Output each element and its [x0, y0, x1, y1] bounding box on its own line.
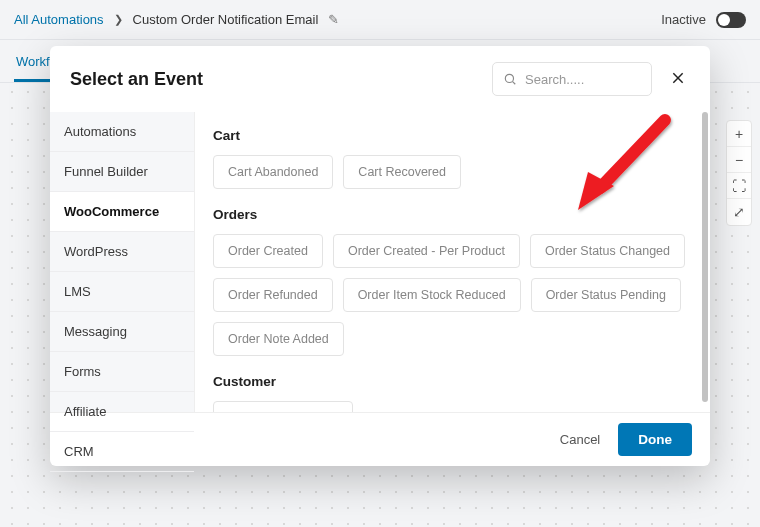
modal-header: Select an Event Search.....	[50, 46, 710, 112]
close-icon	[670, 70, 686, 86]
sidebar-item-lms[interactable]: LMS	[50, 272, 194, 312]
section-heading-cart: Cart	[213, 128, 692, 143]
status-label: Inactive	[661, 12, 706, 27]
event-order-status-pending[interactable]: Order Status Pending	[531, 278, 681, 312]
section-heading-customer: Customer	[213, 374, 692, 389]
sidebar-item-automations[interactable]: Automations	[50, 112, 194, 152]
chevron-right-icon: ❯	[114, 13, 123, 26]
svg-line-1	[513, 82, 516, 85]
event-order-item-stock-reduced[interactable]: Order Item Stock Reduced	[343, 278, 521, 312]
sidebar-item-messaging[interactable]: Messaging	[50, 312, 194, 352]
modal-body: Automations Funnel Builder WooCommerce W…	[50, 112, 710, 412]
event-customer-win-back[interactable]: Customer Win Back	[213, 401, 353, 412]
event-cart-abandoned[interactable]: Cart Abandoned	[213, 155, 333, 189]
zoom-out-button[interactable]: −	[727, 147, 751, 173]
section-heading-orders: Orders	[213, 207, 692, 222]
event-order-status-changed[interactable]: Order Status Changed	[530, 234, 685, 268]
cancel-button[interactable]: Cancel	[560, 432, 600, 447]
svg-point-0	[505, 74, 513, 82]
zoom-in-button[interactable]: +	[727, 121, 751, 147]
breadcrumb-root-link[interactable]: All Automations	[14, 12, 104, 27]
event-order-created-per-product[interactable]: Order Created - Per Product	[333, 234, 520, 268]
scrollbar-thumb[interactable]	[702, 112, 708, 402]
sidebar-item-affiliate[interactable]: Affiliate	[50, 392, 194, 432]
status-toggle[interactable]	[716, 12, 746, 28]
fullscreen-button[interactable]: ⤢	[727, 199, 751, 225]
event-cart-recovered[interactable]: Cart Recovered	[343, 155, 461, 189]
breadcrumb-current: Custom Order Notification Email	[133, 12, 319, 27]
done-button[interactable]: Done	[618, 423, 692, 456]
event-list: Cart Cart Abandoned Cart Recovered Order…	[195, 112, 710, 412]
status-area: Inactive	[661, 12, 746, 28]
breadcrumb: All Automations ❯ Custom Order Notificat…	[14, 12, 339, 27]
event-order-note-added[interactable]: Order Note Added	[213, 322, 344, 356]
event-order-refunded[interactable]: Order Refunded	[213, 278, 333, 312]
sidebar-item-funnel-builder[interactable]: Funnel Builder	[50, 152, 194, 192]
event-category-sidebar: Automations Funnel Builder WooCommerce W…	[50, 112, 195, 412]
close-button[interactable]	[666, 65, 690, 93]
search-placeholder: Search.....	[525, 72, 584, 87]
search-icon	[503, 72, 517, 86]
event-order-created[interactable]: Order Created	[213, 234, 323, 268]
sidebar-item-forms[interactable]: Forms	[50, 352, 194, 392]
sidebar-item-wordpress[interactable]: WordPress	[50, 232, 194, 272]
select-event-modal: Select an Event Search..... Automations …	[50, 46, 710, 466]
fit-screen-button[interactable]: ⛶	[727, 173, 751, 199]
top-bar: All Automations ❯ Custom Order Notificat…	[0, 0, 760, 40]
edit-icon[interactable]: ✎	[328, 12, 339, 27]
canvas-toolbox: + − ⛶ ⤢	[726, 120, 752, 226]
modal-title: Select an Event	[70, 69, 203, 90]
search-input[interactable]: Search.....	[492, 62, 652, 96]
sidebar-item-woocommerce[interactable]: WooCommerce	[50, 192, 194, 232]
sidebar-item-crm[interactable]: CRM	[50, 432, 194, 472]
